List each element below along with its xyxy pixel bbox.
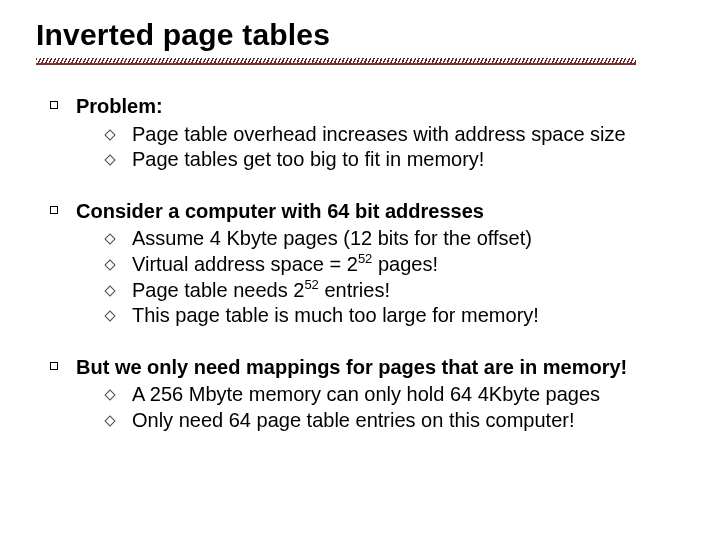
bullet-list: Problem: Page table overhead increases w…	[36, 94, 684, 434]
item-text: Page table overhead increases with addre…	[132, 123, 626, 145]
list-item: Virtual address space = 252 pages!	[106, 252, 684, 278]
sub-list: Page table overhead increases with addre…	[76, 122, 684, 173]
list-item: Assume 4 Kbyte pages (12 bits for the of…	[106, 226, 684, 252]
list-item: Page table needs 252 entries!	[106, 278, 684, 304]
item-text: Assume 4 Kbyte pages (12 bits for the of…	[132, 227, 532, 249]
title-rule	[36, 58, 684, 70]
list-item: Page tables get too big to fit in memory…	[106, 147, 684, 173]
slide-title: Inverted page tables	[36, 18, 684, 52]
list-item: Page table overhead increases with addre…	[106, 122, 684, 148]
list-item: Only need 64 page table entries on this …	[106, 408, 684, 434]
section-lead: Consider a computer with 64 bit addresse…	[76, 200, 484, 222]
item-pre: Page table needs 2	[132, 279, 304, 301]
item-post: pages!	[372, 253, 438, 275]
sub-list: A 256 Mbyte memory can only hold 64 4Kby…	[76, 382, 684, 433]
sub-list: Assume 4 Kbyte pages (12 bits for the of…	[76, 226, 684, 328]
item-sup: 52	[358, 251, 372, 266]
item-text: A 256 Mbyte memory can only hold 64 4Kby…	[132, 383, 600, 405]
item-sup: 52	[304, 277, 318, 292]
item-text: Only need 64 page table entries on this …	[132, 409, 575, 431]
item-post: entries!	[319, 279, 390, 301]
section-problem: Problem: Page table overhead increases w…	[50, 94, 684, 173]
item-text: This page table is much too large for me…	[132, 304, 539, 326]
slide: Inverted page tables Problem: Page table…	[0, 0, 720, 540]
section-consider: Consider a computer with 64 bit addresse…	[50, 199, 684, 329]
rule-solid	[36, 63, 636, 65]
section-lead: But we only need mappings for pages that…	[76, 356, 627, 378]
section-but: But we only need mappings for pages that…	[50, 355, 684, 434]
list-item: This page table is much too large for me…	[106, 303, 684, 329]
item-text: Page tables get too big to fit in memory…	[132, 148, 484, 170]
item-pre: Virtual address space = 2	[132, 253, 358, 275]
list-item: A 256 Mbyte memory can only hold 64 4Kby…	[106, 382, 684, 408]
section-lead: Problem:	[76, 95, 163, 117]
